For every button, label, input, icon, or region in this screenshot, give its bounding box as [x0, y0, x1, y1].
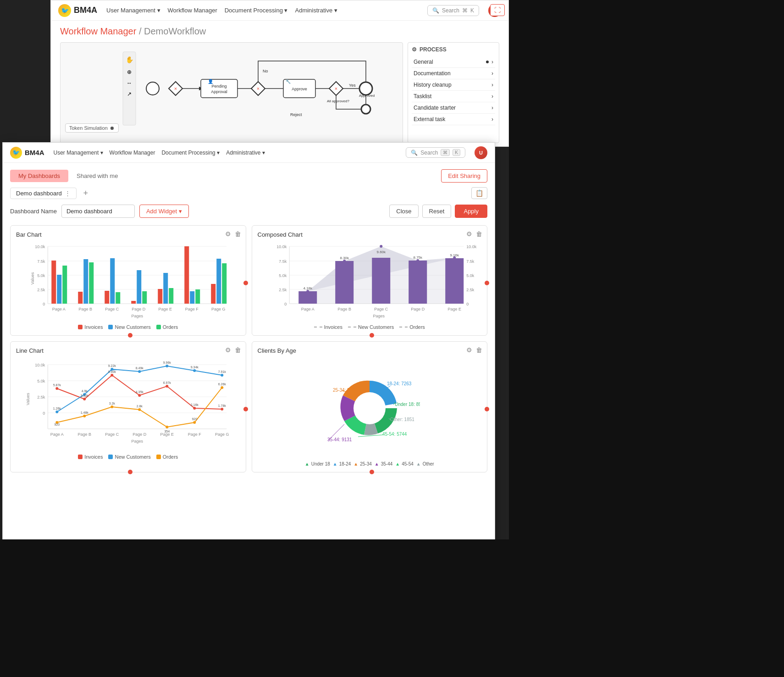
- bg-nav-admin[interactable]: Administrative ▾: [295, 7, 337, 14]
- bar-chart-delete-btn[interactable]: 🗑: [235, 230, 241, 238]
- bg-search-area[interactable]: 🔍 Search ⌘ K: [427, 5, 479, 16]
- svg-point-120: [55, 387, 58, 390]
- bg-process-candidate[interactable]: Candidate starter ›: [412, 102, 495, 114]
- line-chart-delete-btn[interactable]: 🗑: [235, 346, 241, 354]
- svg-text:2.5k: 2.5k: [37, 288, 45, 292]
- svg-rect-46: [78, 292, 83, 304]
- bar-chart-settings-btn[interactable]: ⚙: [225, 230, 231, 238]
- bg-token-sim-icon: ⏺: [110, 125, 115, 131]
- dashboard-copy-icon[interactable]: 📋: [471, 187, 487, 199]
- dashboard-menu-dots[interactable]: ⋮: [65, 190, 71, 197]
- legend-under18: ▲ Under 18: [305, 461, 330, 466]
- bg-kbd1: ⌘: [462, 7, 468, 14]
- fg-nav-workflow[interactable]: Workflow Manager: [110, 150, 155, 156]
- svg-point-100: [380, 245, 382, 248]
- bg-navbar: 🐦 BM4A User Management ▾ Workflow Manage…: [51, 0, 508, 21]
- svg-text:10.0k: 10.0k: [35, 363, 45, 367]
- composed-legend-invoices: Invoices: [314, 324, 342, 330]
- svg-rect-55: [158, 289, 162, 304]
- svg-rect-63: [222, 263, 226, 304]
- bg-process-tasklist-arrow: ›: [491, 93, 493, 100]
- fullscreen-button[interactable]: ⛶: [490, 4, 505, 16]
- clients-age-resize-handle[interactable]: [370, 470, 374, 474]
- svg-rect-53: [137, 270, 141, 304]
- svg-text:Pages: Pages: [131, 439, 143, 444]
- add-dashboard-button[interactable]: +: [80, 188, 91, 199]
- fg-search-icon: 🔍: [411, 150, 418, 156]
- composed-chart-settings-btn[interactable]: ⚙: [466, 230, 472, 238]
- demo-dashboard-tab[interactable]: Demo dashboard ⋮: [10, 188, 77, 199]
- svg-text:4.9k: 4.9k: [82, 389, 88, 393]
- svg-point-98: [306, 290, 309, 293]
- composed-legend-orders: Orders: [399, 324, 425, 330]
- svg-text:Page D: Page D: [132, 307, 146, 311]
- close-button[interactable]: Close: [389, 205, 418, 218]
- add-widget-button[interactable]: Add Widget ▾: [139, 205, 189, 218]
- svg-text:5.87k: 5.87k: [53, 383, 61, 387]
- line-chart-drag-handle[interactable]: [243, 407, 248, 411]
- line-chart-resize-handle[interactable]: [128, 470, 133, 474]
- bg-process-history-arrow: ›: [491, 82, 493, 88]
- fg-kbd1: ⌘: [441, 149, 450, 156]
- svg-text:Page A: Page A: [52, 307, 66, 311]
- fg-logo-text: BM4A: [25, 149, 44, 156]
- bg-page-title: Workflow Manager / DemoWorkflow: [60, 26, 499, 37]
- clients-age-drag-handle[interactable]: [485, 407, 489, 411]
- bar-chart-actions: ⚙ 🗑: [225, 230, 241, 238]
- line-legend-orders-label: Orders: [163, 454, 178, 460]
- bg-process-tasklist[interactable]: Tasklist ›: [412, 91, 495, 102]
- legend-35-44-icon: ▲: [375, 461, 379, 466]
- fg-nav-user-mgmt[interactable]: User Management ▾: [54, 150, 103, 156]
- reset-button[interactable]: Reset: [422, 205, 452, 218]
- composed-chart-resize-handle[interactable]: [370, 333, 374, 338]
- svg-point-126: [221, 408, 223, 411]
- bg-process-history[interactable]: History cleanup ›: [412, 79, 495, 91]
- bg-process-external[interactable]: External task ›: [412, 114, 495, 125]
- svg-text:9.60k: 9.60k: [376, 250, 386, 254]
- line-chart-settings-btn[interactable]: ⚙: [225, 346, 231, 354]
- bg-token-sim-label[interactable]: Token Simulation ⏺: [65, 123, 119, 133]
- line-legend-nc-dot: [108, 455, 113, 459]
- svg-text:Page G: Page G: [211, 307, 226, 311]
- svg-text:4.35k: 4.35k: [136, 390, 144, 394]
- svg-text:🔧: 🔧: [286, 79, 291, 84]
- bg-process-doc-label: Documentation: [414, 70, 451, 77]
- bg-nav-workflow[interactable]: Workflow Manager: [168, 7, 217, 14]
- bg-process-documentation[interactable]: Documentation ›: [412, 68, 495, 79]
- bar-chart-resize-handle[interactable]: [128, 333, 133, 338]
- composed-chart-drag-handle[interactable]: [485, 281, 489, 285]
- clients-age-delete-btn[interactable]: 🗑: [476, 346, 482, 354]
- svg-point-125: [193, 407, 196, 410]
- tab-shared-with-me[interactable]: Shared with me: [68, 170, 126, 182]
- bg-process-general-indicator: ›: [486, 59, 493, 65]
- legend-under18-icon: ▲: [305, 461, 309, 466]
- svg-text:×: ×: [174, 86, 177, 91]
- svg-text:0: 0: [466, 302, 469, 306]
- edit-sharing-button[interactable]: Edit Sharing: [441, 169, 487, 183]
- composed-chart-delete-btn[interactable]: 🗑: [476, 230, 482, 238]
- legend-25-34-label: 25-34: [360, 461, 372, 466]
- add-widget-label: Add Widget: [146, 208, 177, 215]
- fg-nav-doc-processing[interactable]: Document Processing ▾: [161, 150, 220, 156]
- clients-age-settings-btn[interactable]: ⚙: [466, 346, 472, 354]
- bar-chart-drag-handle[interactable]: [243, 281, 248, 285]
- bottom-overlay: [0, 539, 784, 677]
- fg-avatar[interactable]: U: [475, 146, 487, 159]
- apply-button[interactable]: Apply: [455, 205, 487, 218]
- bg-nav-doc-processing[interactable]: Document Processing ▾: [225, 7, 288, 14]
- fg-content: My Dashboards Shared with me Edit Sharin…: [3, 163, 495, 479]
- fg-nav-admin[interactable]: Administrative ▾: [226, 150, 265, 156]
- bg-title-workflow: Workflow Manager: [60, 26, 136, 36]
- composed-chart-actions: ⚙ 🗑: [466, 230, 482, 238]
- tab-my-dashboards[interactable]: My Dashboards: [10, 170, 68, 182]
- bg-content-area: Workflow Manager / DemoWorkflow Token Si…: [51, 21, 508, 147]
- bar-legend-nc-label: New Customers: [115, 324, 150, 330]
- fg-search-area[interactable]: 🔍 Search ⌘ K: [406, 147, 465, 158]
- bar-legend-new-customers: New Customers: [108, 324, 150, 330]
- bg-process-general[interactable]: General ›: [412, 56, 495, 68]
- bg-nav-user-mgmt[interactable]: User Management ▾: [106, 7, 160, 14]
- bg-search-icon: 🔍: [432, 7, 439, 14]
- dashboard-name-input[interactable]: [61, 205, 135, 218]
- bg-process-general-label: General: [414, 59, 433, 65]
- bg-bpmn-diagram: Token Simulation ⏺ ✋ ⊕ ↔ ↗: [60, 42, 403, 147]
